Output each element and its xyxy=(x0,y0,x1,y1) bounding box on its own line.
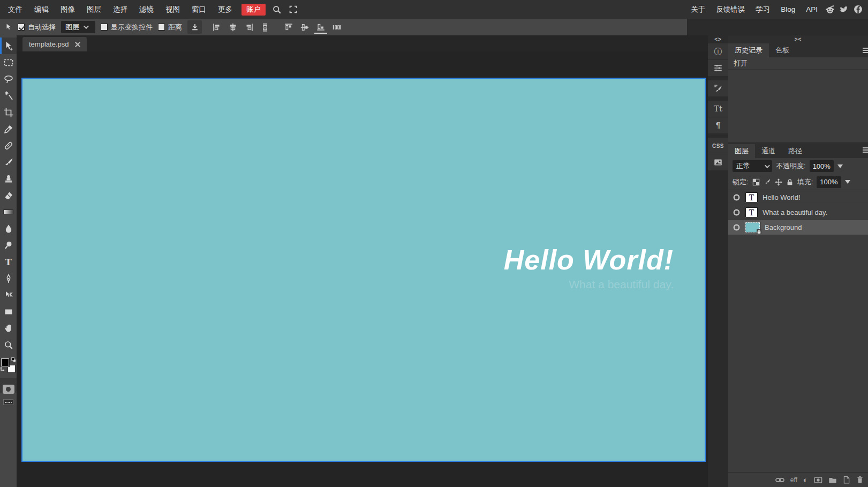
history-entry[interactable]: 打开 xyxy=(728,57,868,70)
opacity-slider-icon[interactable] xyxy=(837,164,843,168)
fill-slider-icon[interactable] xyxy=(845,180,850,184)
tool-zoom[interactable] xyxy=(0,336,17,353)
tool-magic-wand[interactable] xyxy=(0,87,17,104)
align-right-icon[interactable] xyxy=(243,20,255,34)
menu-learn[interactable]: 学习 xyxy=(750,0,775,19)
account-button[interactable]: 账户 xyxy=(241,4,266,16)
show-transform-checkbox[interactable]: 显示变换控件 xyxy=(101,23,153,32)
document-tab[interactable]: template.psd xyxy=(22,37,87,51)
menu-file[interactable]: 文件 xyxy=(2,0,28,19)
canvas-document[interactable]: Hello World! What a beautiful day. xyxy=(21,78,706,462)
tool-clone-stamp[interactable] xyxy=(0,170,17,187)
character-panel-icon[interactable]: Tt xyxy=(708,101,728,117)
auto-select-target-dropdown[interactable]: 图层 xyxy=(61,21,95,33)
paragraph-panel-icon[interactable]: ¶ xyxy=(708,117,728,133)
checkbox-icon[interactable] xyxy=(158,24,165,31)
layer-row-selected[interactable]: Background xyxy=(728,220,868,235)
adjustments-icon[interactable] xyxy=(708,60,728,76)
menu-image[interactable]: 图像 xyxy=(55,0,81,19)
link-layers-icon[interactable] xyxy=(775,476,784,484)
tool-hand[interactable] xyxy=(0,320,17,336)
image-panel-icon[interactable] xyxy=(708,154,728,170)
tool-brush[interactable] xyxy=(0,154,17,170)
swap-colors-icon[interactable] xyxy=(0,367,5,372)
align-top-icon[interactable] xyxy=(282,20,295,34)
quick-mask-button[interactable] xyxy=(0,378,17,393)
tab-channels[interactable]: 通道 xyxy=(755,144,782,158)
tool-direct-select[interactable] xyxy=(0,287,17,303)
lock-transparency-icon[interactable] xyxy=(752,178,760,186)
tool-lasso[interactable] xyxy=(0,71,17,87)
trash-icon[interactable] xyxy=(856,476,864,484)
distribute-vertical-icon[interactable] xyxy=(259,20,271,34)
visibility-eye-icon[interactable] xyxy=(733,193,741,201)
visibility-eye-icon[interactable] xyxy=(733,208,741,216)
layer-row[interactable]: T What a beautiful day. xyxy=(728,205,868,220)
checkbox-icon[interactable] xyxy=(101,24,108,31)
menu-about[interactable]: 关于 xyxy=(685,0,711,19)
auto-select-checkbox[interactable]: 自动选择 xyxy=(18,23,56,32)
search-icon[interactable] xyxy=(269,0,285,19)
menu-window[interactable]: 窗口 xyxy=(186,0,212,19)
menu-edit[interactable]: 编辑 xyxy=(28,0,55,19)
lock-paint-icon[interactable] xyxy=(764,178,771,186)
align-bottom-icon[interactable] xyxy=(314,20,327,34)
tool-blur[interactable] xyxy=(0,220,17,237)
brush-settings-icon[interactable] xyxy=(708,80,728,96)
panel-menu-icon[interactable] xyxy=(863,147,868,153)
panel-menu-icon[interactable] xyxy=(863,48,868,53)
reddit-icon[interactable] xyxy=(823,0,837,19)
tab-layers[interactable]: 图层 xyxy=(728,144,755,158)
blend-mode-dropdown[interactable]: 正常 xyxy=(733,160,772,172)
tool-rectangle[interactable] xyxy=(0,303,17,320)
tool-eraser[interactable] xyxy=(0,187,17,204)
foreground-color-swatch[interactable] xyxy=(1,358,9,366)
add-mask-icon[interactable] xyxy=(814,476,822,484)
fullscreen-icon[interactable] xyxy=(285,0,301,19)
menu-blog[interactable]: Blog xyxy=(775,0,801,19)
tool-gradient[interactable] xyxy=(0,204,17,220)
tab-history[interactable]: 历史记录 xyxy=(728,43,769,57)
layer-row[interactable]: T Hello World! xyxy=(728,190,868,205)
tool-move[interactable] xyxy=(0,38,17,54)
color-swatches[interactable] xyxy=(1,358,16,373)
adjustment-layer-icon[interactable]: ◐ xyxy=(803,476,808,484)
new-layer-icon[interactable] xyxy=(843,476,850,484)
menu-select[interactable]: 选择 xyxy=(107,0,133,19)
collapse-left-toggle[interactable]: <> xyxy=(708,35,728,43)
css-panel-icon[interactable]: CSS xyxy=(708,138,728,154)
collapse-right-toggle[interactable]: >< xyxy=(728,35,868,43)
align-hcenter-icon[interactable] xyxy=(227,20,239,34)
twitter-icon[interactable] xyxy=(837,0,851,19)
tool-eyedropper[interactable] xyxy=(0,121,17,137)
menu-view[interactable]: 视图 xyxy=(160,0,186,19)
menu-api[interactable]: API xyxy=(801,0,823,19)
menu-report-bug[interactable]: 反馈错误 xyxy=(711,0,750,19)
align-vmiddle-icon[interactable] xyxy=(298,20,311,34)
tool-crop[interactable] xyxy=(0,104,17,121)
fill-value[interactable]: 100% xyxy=(817,176,841,188)
distance-checkbox[interactable]: 距离 xyxy=(158,23,182,32)
new-folder-icon[interactable] xyxy=(828,476,837,484)
opacity-value[interactable]: 100% xyxy=(810,160,834,172)
align-left-icon[interactable] xyxy=(210,20,223,34)
close-icon[interactable] xyxy=(75,42,80,47)
tool-rectangle-select[interactable] xyxy=(0,54,17,71)
checkbox-checked-icon[interactable] xyxy=(18,24,25,31)
tool-type[interactable]: T xyxy=(0,253,17,270)
tool-pen[interactable] xyxy=(0,270,17,287)
default-colors-icon[interactable] xyxy=(11,357,16,362)
visibility-eye-icon[interactable] xyxy=(733,223,741,231)
menu-layer[interactable]: 图层 xyxy=(81,0,107,19)
tab-swatches[interactable]: 色板 xyxy=(769,43,796,57)
keyboard-shortcuts-icon[interactable] xyxy=(3,399,13,405)
place-image-icon[interactable] xyxy=(187,20,202,34)
lock-all-icon[interactable] xyxy=(786,178,794,186)
menu-filter[interactable]: 滤镜 xyxy=(133,0,160,19)
facebook-icon[interactable] xyxy=(851,0,865,19)
menu-more[interactable]: 更多 xyxy=(212,0,238,19)
canvas-area[interactable]: Hello World! What a beautiful day. xyxy=(17,51,708,487)
tab-paths[interactable]: 路径 xyxy=(782,144,809,158)
tool-spot-heal[interactable] xyxy=(0,137,17,154)
distribute-horizontal-icon[interactable] xyxy=(330,20,343,34)
